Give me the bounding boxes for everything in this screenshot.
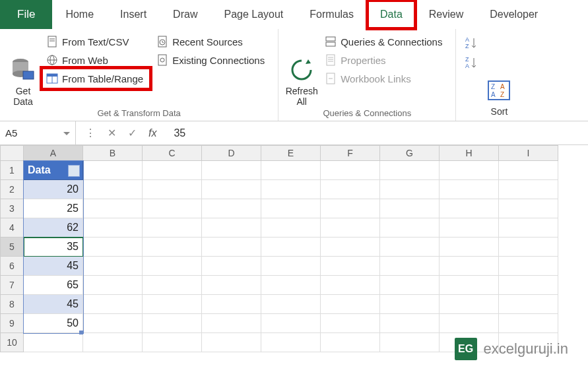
cell-A2[interactable]: 20 (24, 180, 83, 199)
tab-developer[interactable]: Developer (476, 0, 551, 29)
group-label-get-transform: Get & Transform Data (5, 107, 273, 119)
ribbon: Get Data From Text/CSV From Web From Tab… (0, 29, 588, 121)
tab-home[interactable]: Home (52, 0, 107, 29)
sort-desc-icon[interactable]: ZA (464, 55, 478, 70)
svg-text:Z: Z (491, 83, 495, 90)
svg-text:A: A (500, 83, 505, 90)
row-header-8[interactable]: 8 (0, 295, 24, 314)
sort-button[interactable]: ZAAZ Sort (481, 32, 517, 117)
svg-text:Z: Z (500, 91, 504, 98)
cell-D1[interactable] (202, 161, 261, 180)
group-label-sort-filter (461, 117, 517, 119)
svg-rect-18 (326, 42, 335, 46)
formula-bar-buttons: ⋮ ✕ ✓ fx (76, 127, 166, 139)
tab-file[interactable]: File (0, 0, 52, 29)
cell-A5[interactable]: 35 (24, 238, 83, 257)
queries-icon (325, 36, 337, 48)
svg-text:A: A (491, 91, 496, 98)
from-web-button[interactable]: From Web (44, 51, 148, 69)
cell-F1[interactable] (321, 161, 380, 180)
worksheet-grid: A B C D E F G H I 1Data 220 325 462 535 … (0, 145, 588, 352)
row-header-1[interactable]: 1 (0, 161, 24, 180)
sort-asc-icon[interactable]: AZ (464, 36, 478, 50)
queries-connections-button[interactable]: Queries & Connections (322, 33, 447, 50)
database-icon (10, 57, 36, 83)
cell-A10[interactable] (24, 333, 83, 352)
ribbon-tabs: File Home Insert Draw Page Layout Formul… (0, 0, 588, 29)
watermark: EG excelguruji.in (455, 338, 568, 360)
tab-page-layout[interactable]: Page Layout (211, 0, 296, 29)
workbook-links-button[interactable]: Workbook Links (322, 70, 447, 87)
cancel-icon[interactable]: ✕ (108, 127, 116, 139)
cell-A4[interactable]: 62 (24, 218, 83, 238)
cell-A7[interactable]: 65 (24, 276, 83, 295)
col-header-A[interactable]: A (24, 145, 83, 161)
col-header-I[interactable]: I (499, 145, 558, 161)
svg-point-16 (160, 58, 164, 62)
name-box[interactable]: A5 (0, 121, 76, 144)
cell-H1[interactable] (440, 161, 499, 180)
svg-text:Z: Z (465, 56, 469, 63)
connections-icon (156, 54, 168, 66)
refresh-all-button[interactable]: Refresh All (284, 32, 319, 107)
get-data-button[interactable]: Get Data (5, 32, 41, 107)
existing-connections-button[interactable]: Existing Connections (154, 51, 270, 69)
row-header-9[interactable]: 9 (0, 314, 24, 333)
recent-sources-button[interactable]: Recent Sources (154, 33, 270, 50)
tab-data[interactable]: Data (367, 0, 416, 29)
svg-rect-3 (23, 71, 34, 79)
from-text-csv-button[interactable]: From Text/CSV (44, 33, 148, 50)
cell-I1[interactable] (499, 161, 558, 180)
row-header-3[interactable]: 3 (0, 199, 24, 218)
svg-rect-4 (48, 36, 56, 47)
row-header-6[interactable]: 6 (0, 257, 24, 276)
col-header-E[interactable]: E (261, 145, 321, 161)
svg-text:Z: Z (465, 43, 469, 49)
cell-C1[interactable] (143, 161, 202, 180)
row-header-5[interactable]: 5 (0, 238, 24, 257)
cell-A9[interactable]: 50 (24, 314, 83, 333)
row-header-2[interactable]: 2 (0, 180, 24, 199)
cell-A1[interactable]: Data (24, 161, 83, 180)
col-header-H[interactable]: H (440, 145, 499, 161)
recent-icon (156, 36, 168, 48)
col-header-D[interactable]: D (202, 145, 261, 161)
expand-icon[interactable]: ⋮ (85, 127, 96, 139)
col-header-C[interactable]: C (143, 145, 202, 161)
formula-input[interactable]: 35 (166, 127, 588, 139)
cell-A3[interactable]: 25 (24, 199, 83, 218)
col-header-G[interactable]: G (380, 145, 440, 161)
group-sort-filter: AZ ZA ZAAZ Sort (456, 29, 522, 121)
cell-A6[interactable]: 45 (24, 257, 83, 276)
table-resize-handle[interactable] (79, 331, 83, 334)
svg-text:A: A (465, 63, 469, 69)
links-icon (325, 73, 337, 84)
svg-rect-17 (326, 37, 335, 41)
tab-insert[interactable]: Insert (107, 0, 160, 29)
refresh-icon (288, 57, 315, 83)
table-icon (46, 73, 58, 84)
cell-A8[interactable]: 45 (24, 295, 83, 314)
row-header-10[interactable]: 10 (0, 333, 24, 352)
tab-review[interactable]: Review (416, 0, 476, 29)
cell-B1[interactable] (83, 161, 143, 180)
from-table-range-button[interactable]: From Table/Range (44, 70, 148, 87)
group-label-queries-connections: Queries & Connections (284, 107, 450, 119)
col-header-F[interactable]: F (321, 145, 380, 161)
globe-icon (46, 54, 58, 66)
row-header-7[interactable]: 7 (0, 276, 24, 295)
enter-icon[interactable]: ✓ (128, 127, 137, 139)
col-header-B[interactable]: B (83, 145, 143, 161)
cell-G1[interactable] (380, 161, 440, 180)
select-all-corner[interactable] (0, 145, 24, 161)
cell-E1[interactable] (261, 161, 321, 180)
formula-bar: A5 ⋮ ✕ ✓ fx 35 (0, 121, 588, 145)
properties-button[interactable]: Properties (322, 51, 447, 69)
tab-draw[interactable]: Draw (160, 0, 211, 29)
fx-icon[interactable]: fx (148, 127, 156, 139)
group-queries-connections: Refresh All Queries & Connections Proper… (278, 29, 456, 121)
tab-formulas[interactable]: Formulas (296, 0, 367, 29)
row-header-4[interactable]: 4 (0, 218, 24, 238)
watermark-badge: EG (455, 338, 477, 360)
sort-icon: ZAAZ (486, 77, 512, 104)
